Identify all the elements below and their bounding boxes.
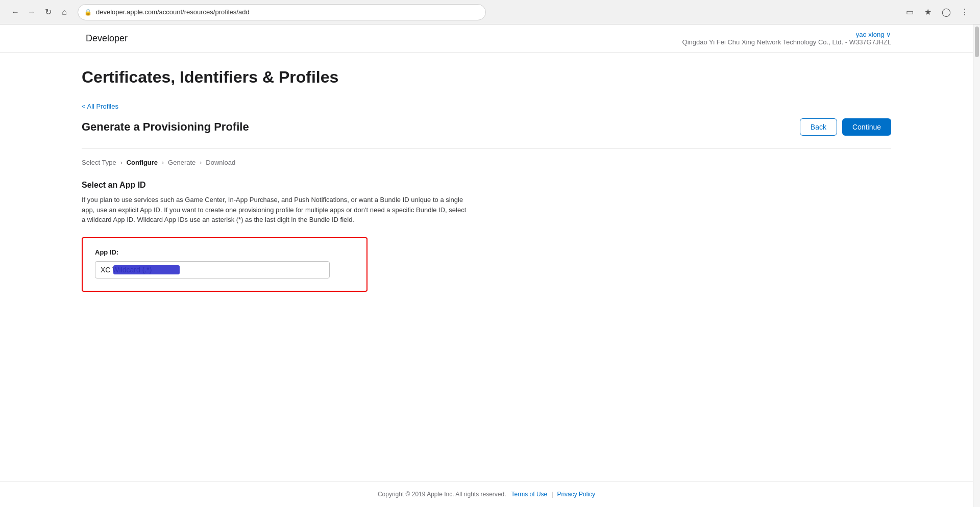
profile-button[interactable]: ◯	[939, 5, 953, 19]
cast-button[interactable]: ▭	[902, 5, 917, 19]
bookmark-button[interactable]: ★	[921, 5, 935, 19]
page-title: Certificates, Identifiers & Profiles	[82, 68, 891, 87]
app-id-select[interactable]: XC Wildcard (.*)	[95, 261, 330, 278]
footer-sep: |	[551, 491, 553, 498]
lock-icon: 🔒	[84, 9, 92, 16]
forward-nav-button[interactable]: →	[24, 5, 39, 19]
back-nav-button[interactable]: ←	[8, 5, 22, 19]
step-generate: Generate	[168, 159, 195, 166]
user-info: yao xiong ∨ Qingdao Yi Fei Chu Xing Netw…	[682, 31, 891, 46]
url-text: developer.apple.com/account/resources/pr…	[96, 8, 250, 16]
reload-button[interactable]: ↻	[41, 5, 55, 19]
scrollbar-thumb[interactable]	[975, 27, 979, 57]
select-appid-desc: If you plan to use services such as Game…	[82, 195, 470, 225]
footer-links: Terms of Use | Privacy Policy	[511, 491, 596, 498]
privacy-policy-link[interactable]: Privacy Policy	[557, 491, 595, 498]
main-content: Certificates, Identifiers & Profiles < A…	[0, 53, 973, 322]
step-sep-3: ›	[200, 159, 202, 166]
app-id-label: App ID:	[95, 248, 354, 256]
select-appid-title: Select an App ID	[82, 181, 891, 190]
org-name: Qingdao Yi Fei Chu Xing Network Technolo…	[682, 38, 891, 46]
scrollbar[interactable]	[973, 24, 980, 507]
developer-text: Developer	[86, 33, 128, 44]
step-download: Download	[206, 159, 235, 166]
step-configure: Configure	[127, 159, 158, 166]
app-id-box: App ID: XC Wildcard (.*)	[82, 237, 368, 292]
browser-chrome: ← → ↻ ⌂ 🔒 developer.apple.com/account/re…	[0, 0, 980, 24]
step-select-type: Select Type	[82, 159, 116, 166]
site-footer: Copyright © 2019 Apple Inc. All rights r…	[0, 481, 973, 507]
home-button[interactable]: ⌂	[57, 5, 71, 19]
continue-button[interactable]: Continue	[842, 118, 891, 136]
apple-logo: Developer	[82, 33, 128, 44]
page-content: Developer yao xiong ∨ Qingdao Yi Fei Chu…	[0, 24, 973, 322]
nav-buttons: ← → ↻ ⌂	[8, 5, 71, 19]
step-sep-1: ›	[120, 159, 122, 166]
section-title: Generate a Provisioning Profile	[82, 120, 249, 134]
menu-button[interactable]: ⋮	[958, 5, 972, 19]
back-button[interactable]: Back	[800, 118, 837, 136]
copyright-text: Copyright © 2019 Apple Inc. All rights r…	[378, 491, 506, 498]
user-name-link[interactable]: yao xiong ∨	[856, 31, 891, 38]
step-sep-2: ›	[162, 159, 164, 166]
all-profiles-link[interactable]: < All Profiles	[82, 103, 118, 110]
browser-actions: ▭ ★ ◯ ⋮	[902, 5, 972, 19]
terms-of-use-link[interactable]: Terms of Use	[511, 491, 548, 498]
steps-breadcrumb: Select Type › Configure › Generate › Dow…	[82, 159, 891, 166]
header-buttons: Back Continue	[800, 118, 891, 136]
app-id-select-wrapper: XC Wildcard (.*)	[95, 261, 330, 278]
address-bar[interactable]: 🔒 developer.apple.com/account/resources/…	[78, 4, 486, 20]
section-divider	[82, 148, 891, 148]
site-header: Developer yao xiong ∨ Qingdao Yi Fei Chu…	[0, 24, 973, 53]
section-header: Generate a Provisioning Profile Back Con…	[82, 118, 891, 136]
